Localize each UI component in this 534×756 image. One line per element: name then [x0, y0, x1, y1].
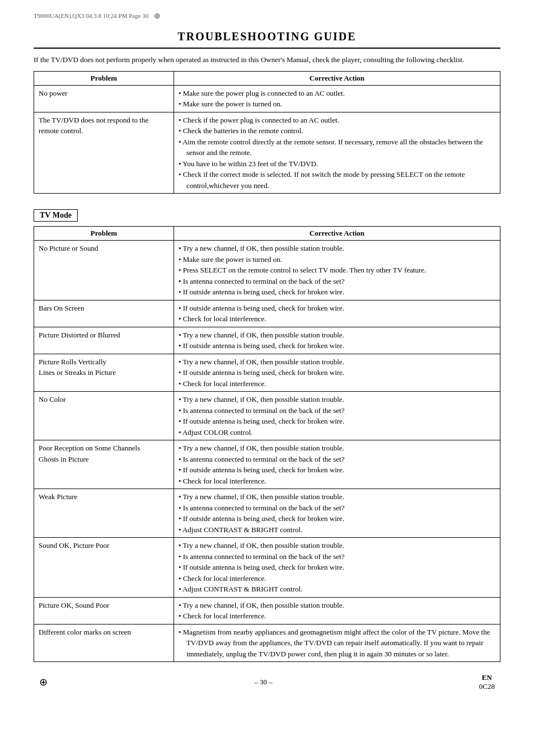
- action-bullet: Check for local interference.: [179, 476, 495, 487]
- intro-text: If the TV/DVD does not perform properly …: [34, 54, 500, 65]
- action-bullet: Try a new channel, if OK, then possible …: [179, 443, 495, 454]
- action-bullet: Make sure the power plug is connected to…: [179, 88, 495, 99]
- tv-table-row-action-7: Try a new channel, if OK, then possible …: [174, 538, 500, 598]
- tv-table-row-problem-2: Picture Distorted or Blurred: [34, 327, 174, 354]
- tv-table-row-problem-7: Sound OK, Picture Poor: [34, 538, 174, 598]
- action-bullet: If outside antenna is being used, check …: [179, 287, 495, 298]
- tv-table-row-action-4: Try a new channel, if OK, then possible …: [174, 392, 500, 440]
- page-header: T9000UA(EN).QX3 04.3.8 10:24 PM Page 30: [34, 11, 500, 20]
- tv-table-row-action-3: Try a new channel, if OK, then possible …: [174, 354, 500, 392]
- action-bullet: Is antenna connected to terminal on the …: [179, 551, 495, 562]
- action-bullet: Magnetism from nearby appliances and geo…: [179, 627, 495, 660]
- action-bullet: Check if the power plug is connected to …: [179, 115, 495, 126]
- footer-code: 0C28: [479, 682, 495, 691]
- tv-table-row-problem-8: Picture OK, Sound Poor: [34, 597, 174, 624]
- main-table-row-problem-0: No power: [34, 85, 174, 112]
- footer-crosshair-icon: ⊕: [39, 676, 48, 688]
- main-table-problem-header: Problem: [34, 71, 174, 85]
- action-bullet: If outside antenna is being used, check …: [179, 367, 495, 378]
- action-bullet: Press SELECT on the remote control to se…: [179, 265, 495, 276]
- action-bullet: If outside antenna is being used, check …: [179, 464, 495, 476]
- action-bullet: Try a new channel, if OK, then possible …: [179, 243, 495, 254]
- tv-mode-section-label: TV Mode: [34, 209, 78, 222]
- action-bullet: Try a new channel, if OK, then possible …: [179, 491, 495, 503]
- page-title: TROUBLESHOOTING GUIDE: [34, 30, 500, 49]
- tv-table-row-action-2: Try a new channel, if OK, then possible …: [174, 327, 500, 354]
- action-bullet: Check for local interference.: [179, 611, 495, 622]
- page-number: – 30 –: [254, 678, 273, 687]
- file-info: T9000UA(EN).QX3 04.3.8 10:24 PM Page 30: [34, 12, 148, 19]
- action-bullet: Is antenna connected to terminal on the …: [179, 405, 495, 416]
- tv-table-row-problem-3: Picture Rolls Vertically Lines or Streak…: [34, 354, 174, 392]
- main-table-action-header: Corrective Action: [174, 71, 500, 85]
- action-bullet: Try a new channel, if OK, then possible …: [179, 394, 495, 405]
- tv-table-row-action-1: If outside antenna is being used, check …: [174, 300, 500, 327]
- action-bullet: If outside antenna is being used, check …: [179, 562, 495, 573]
- tv-table-row-action-8: Try a new channel, if OK, then possible …: [174, 597, 500, 624]
- main-table: Problem Corrective Action No powerMake s…: [34, 71, 500, 194]
- tv-table-row-problem-9: Different color marks on screen: [34, 624, 174, 662]
- action-bullet: Make sure the power is turned on.: [179, 98, 495, 110]
- action-bullet: Check the batteries in the remote contro…: [179, 125, 495, 137]
- action-bullet: You have to be within 23 feet of the TV/…: [179, 158, 495, 170]
- crosshair-icon: [154, 11, 163, 20]
- tv-table-row-problem-1: Bars On Screen: [34, 300, 174, 327]
- action-bullet: Adjust CONTRAST & BRIGHT control.: [179, 584, 495, 595]
- action-bullet: Make sure the power is turned on.: [179, 254, 495, 265]
- action-bullet: Is antenna connected to terminal on the …: [179, 503, 495, 514]
- action-bullet: Try a new channel, if OK, then possible …: [179, 600, 495, 611]
- en-code: EN 0C28: [479, 673, 495, 691]
- tv-table-action-header: Corrective Action: [174, 227, 500, 241]
- action-bullet: If outside antenna is being used, check …: [179, 340, 495, 351]
- action-bullet: Check for local interference.: [179, 313, 495, 325]
- action-bullet: Check if the correct mode is selected. I…: [179, 169, 495, 191]
- action-bullet: Try a new channel, if OK, then possible …: [179, 356, 495, 368]
- tv-table-row-action-9: Magnetism from nearby appliances and geo…: [174, 624, 500, 662]
- main-table-row-action-1: Check if the power plug is connected to …: [174, 112, 500, 194]
- action-bullet: Adjust CONTRAST & BRIGHT control.: [179, 524, 495, 536]
- action-bullet: Is antenna connected to terminal on the …: [179, 276, 495, 287]
- action-bullet: Adjust COLOR control.: [179, 427, 495, 438]
- action-bullet: Try a new channel, if OK, then possible …: [179, 540, 495, 551]
- action-bullet: Is antenna connected to terminal on the …: [179, 454, 495, 465]
- main-table-row-action-0: Make sure the power plug is connected to…: [174, 85, 500, 112]
- tv-table-row-problem-5: Poor Reception on Some Channels Ghosts i…: [34, 440, 174, 489]
- main-table-row-problem-1: The TV/DVD does not respond to the remot…: [34, 112, 174, 194]
- tv-table-problem-header: Problem: [34, 227, 174, 241]
- tv-table-row-action-6: Try a new channel, if OK, then possible …: [174, 489, 500, 538]
- action-bullet: Try a new channel, if OK, then possible …: [179, 330, 495, 341]
- tv-table-row-action-0: Try a new channel, if OK, then possible …: [174, 241, 500, 300]
- action-bullet: If outside antenna is being used, check …: [179, 303, 495, 314]
- page-footer: ⊕ – 30 – EN 0C28: [34, 673, 500, 691]
- action-bullet: If outside antenna is being used, check …: [179, 513, 495, 524]
- tv-table-row-action-5: Try a new channel, if OK, then possible …: [174, 440, 500, 489]
- en-label: EN: [482, 673, 492, 682]
- tv-mode-table: Problem Corrective Action No Picture or …: [34, 226, 500, 662]
- action-bullet: Check for local interference.: [179, 378, 495, 389]
- tv-table-row-problem-6: Weak Picture: [34, 489, 174, 538]
- action-bullet: Check for local interference.: [179, 573, 495, 584]
- tv-table-row-problem-4: No Color: [34, 392, 174, 440]
- tv-table-row-problem-0: No Picture or Sound: [34, 241, 174, 300]
- action-bullet: If outside antenna is being used, check …: [179, 416, 495, 427]
- action-bullet: Aim the remote control directly at the r…: [179, 137, 495, 158]
